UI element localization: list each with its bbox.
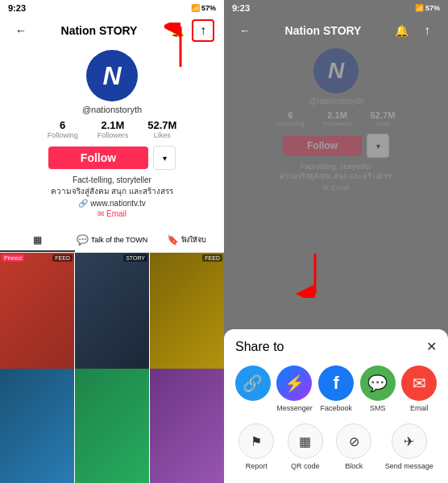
video-thumb-6[interactable]: ▶ 12.2K bbox=[150, 369, 224, 484]
email-icon: ✉ bbox=[401, 365, 437, 401]
share-actions-row: ⚑ Report ▦ QR code ⊘ Block ✈ Send messag… bbox=[232, 423, 440, 470]
bio-link-left[interactable]: 🔗 www.nationtv.tv bbox=[51, 199, 174, 208]
send-message-icon: ✈ bbox=[392, 423, 427, 459]
stat-followers: 2.1M Followers bbox=[97, 119, 129, 139]
stat-likes: 52.7M Likes bbox=[147, 119, 176, 139]
follow-button-left[interactable]: Follow bbox=[48, 147, 148, 169]
share-send-message[interactable]: ✈ Send message bbox=[385, 423, 433, 470]
qr-code-label: QR code bbox=[291, 462, 320, 470]
video-thumb-1[interactable]: Pinned FEED ▶ 6872 bbox=[0, 253, 74, 385]
dropdown-button-left[interactable]: ▾ bbox=[153, 146, 176, 170]
back-button-right[interactable]: ← bbox=[234, 19, 256, 42]
nav-right-icons: 🔔 ↑ bbox=[166, 19, 214, 42]
share-sheet: Share to ✕ 🔗 ⚡ Messenger f Facebook 💬 SM… bbox=[224, 329, 448, 483]
feed-badge-2: STORY bbox=[123, 254, 147, 262]
status-icons-right: 📶 57% bbox=[415, 4, 440, 12]
left-panel: 9:23 📶 57% ← Nation STORY 🔔 ↑ N @nations… bbox=[0, 0, 224, 483]
share-copy-link[interactable]: 🔗 bbox=[235, 365, 271, 412]
share-block[interactable]: ⊘ Block bbox=[336, 423, 371, 470]
video-thumb-3[interactable]: FEED ▶ 13.1K bbox=[150, 253, 224, 385]
stat-following: 6 Following bbox=[48, 119, 78, 139]
avatar-left: N bbox=[86, 50, 138, 101]
grid-icon-left: ▦ bbox=[33, 234, 42, 246]
share-report[interactable]: ⚑ Report bbox=[239, 423, 274, 470]
nav-right-icons-right: 🔔 ↑ bbox=[390, 19, 438, 42]
messenger-icon: ⚡ bbox=[276, 365, 312, 401]
email-label: Email bbox=[410, 404, 429, 412]
report-icon: ⚑ bbox=[239, 423, 274, 459]
bio-text2-left: ความจริงสู่สังคม สนุก และสร้างสรร bbox=[51, 186, 174, 197]
video-thumb-2[interactable]: STORY ▶ 31.2K bbox=[75, 253, 149, 385]
sms-icon: 💬 bbox=[360, 365, 396, 401]
share-title: Share to bbox=[235, 340, 284, 354]
username-left: @nationstoryth bbox=[82, 105, 142, 114]
talk-icon-left: 💬 bbox=[77, 234, 89, 246]
qr-code-icon: ▦ bbox=[288, 423, 323, 459]
top-nav-left: ← Nation STORY 🔔 ↑ bbox=[0, 16, 224, 45]
bell-icon-right[interactable]: 🔔 bbox=[390, 19, 413, 42]
share-icons-row: 🔗 ⚡ Messenger f Facebook 💬 SMS ✉ Email bbox=[232, 365, 440, 412]
share-icon-right[interactable]: ↑ bbox=[416, 19, 438, 42]
profile-section-left: N @nationstoryth 6 Following 2.1M Follow… bbox=[0, 45, 224, 225]
video-thumb-4[interactable]: ▶ 1733 bbox=[0, 369, 74, 484]
status-bar-left: 9:23 📶 57% bbox=[0, 0, 224, 16]
tab-grid-left[interactable]: ▦ bbox=[0, 229, 75, 252]
tab-fing-left[interactable]: 🔖 ฟิงให้จบ bbox=[149, 229, 224, 252]
status-bar-right: 9:23 📶 57% bbox=[224, 0, 448, 16]
pinned-badge-1: Pinned bbox=[2, 254, 24, 262]
share-header: Share to ✕ bbox=[232, 339, 440, 354]
page-title-left: Nation STORY bbox=[32, 24, 166, 37]
block-label: Block bbox=[345, 462, 363, 470]
bio-section-left: Fact-telling, storyteller ความจริงสู่สัง… bbox=[44, 175, 180, 218]
feed-badge-1: FEED bbox=[52, 254, 73, 262]
top-nav-right: ← Nation STORY 🔔 ↑ bbox=[224, 16, 448, 45]
bio-text-left: Fact-telling, storyteller bbox=[51, 175, 174, 186]
send-message-label: Send message bbox=[385, 462, 433, 470]
tab-talk-left[interactable]: 💬 Talk of the TOWN bbox=[75, 229, 150, 252]
time-left: 9:23 bbox=[8, 3, 26, 13]
facebook-label: Facebook bbox=[320, 404, 352, 412]
share-sms[interactable]: 💬 SMS bbox=[360, 365, 396, 412]
video-thumb-5[interactable]: ▶ 984 bbox=[75, 369, 149, 484]
page-title-right: Nation STORY bbox=[256, 24, 390, 37]
status-icons-left: 📶 57% bbox=[191, 4, 216, 12]
block-icon: ⊘ bbox=[336, 423, 371, 459]
close-button[interactable]: ✕ bbox=[426, 339, 437, 354]
share-email[interactable]: ✉ Email bbox=[401, 365, 437, 412]
messenger-label: Messenger bbox=[276, 404, 313, 412]
video-grid-left: Pinned FEED ▶ 6872 STORY ▶ 31.2K FEED ▶ … bbox=[0, 253, 224, 483]
report-label: Report bbox=[246, 462, 268, 470]
share-icon-left[interactable]: ↑ bbox=[192, 19, 214, 42]
fing-icon-left: 🔖 bbox=[167, 234, 179, 246]
tabs-row-left: ▦ 💬 Talk of the TOWN 🔖 ฟิงให้จบ bbox=[0, 229, 224, 253]
bio-email-left[interactable]: ✉ Email bbox=[51, 209, 174, 218]
share-messenger[interactable]: ⚡ Messenger bbox=[276, 365, 313, 412]
copy-link-icon: 🔗 bbox=[235, 365, 271, 401]
back-button-left[interactable]: ← bbox=[10, 19, 32, 42]
stats-row-left: 6 Following 2.1M Followers 52.7M Likes bbox=[48, 119, 177, 139]
right-panel: 9:23 📶 57% ← Nation STORY 🔔 ↑ N @nations… bbox=[224, 0, 448, 483]
facebook-icon: f bbox=[318, 365, 354, 401]
sms-label: SMS bbox=[370, 404, 386, 412]
share-facebook[interactable]: f Facebook bbox=[318, 365, 354, 412]
share-qr-code[interactable]: ▦ QR code bbox=[288, 423, 323, 470]
bell-icon-left[interactable]: 🔔 bbox=[166, 19, 189, 42]
feed-badge-3: FEED bbox=[202, 254, 222, 262]
time-right: 9:23 bbox=[232, 3, 250, 13]
follow-row-left: Follow ▾ bbox=[48, 146, 176, 170]
